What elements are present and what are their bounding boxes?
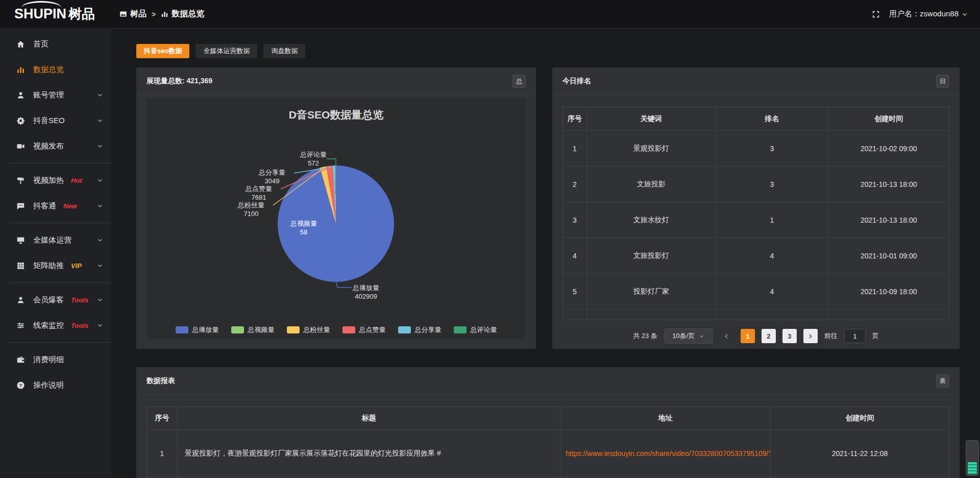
pie-label-comments: 总评论量572	[291, 150, 335, 168]
sidebar-item-label: 操作说明	[33, 380, 64, 390]
sidebar: 首页 数据总览 账号管理 抖音SEO 视频发布	[0, 28, 111, 478]
chevron-down-icon	[97, 322, 103, 328]
page-size-select[interactable]: 10条/页	[664, 328, 713, 344]
chevron-down-icon	[97, 262, 103, 269]
app-root: SHUPIN 树品 树品 > 数据总览 用户名：zswo	[0, 0, 980, 478]
sidebar-item-home[interactable]: 首页	[0, 31, 111, 57]
sidebar-divider	[9, 282, 111, 283]
sidebar-item-label: 抖客通	[33, 201, 56, 211]
fullscreen-icon[interactable]	[872, 10, 880, 18]
sidebar-divider	[9, 342, 111, 343]
legend-item[interactable]: 总点赞量	[342, 325, 386, 334]
impressions-chart-panel: 展现量总数: 421,369 总 D音SEO数据量总览 总评论量572	[136, 67, 536, 349]
chevron-down-icon	[97, 237, 103, 243]
username-dropdown[interactable]: 用户名：zswodun88	[889, 9, 968, 19]
sidebar-item-video-heat[interactable]: 视频加热 Hot	[0, 168, 111, 193]
panel-title: 数据报表	[146, 376, 175, 386]
legend-item[interactable]: 总播放量	[176, 325, 219, 334]
tools-badge: Tools	[71, 296, 88, 304]
legend-item[interactable]: 总粉丝量	[287, 325, 330, 334]
prev-page-button[interactable]	[720, 329, 734, 343]
question-circle-icon: ?	[15, 381, 26, 390]
tab-inquiry-data[interactable]: 询盘数据	[263, 44, 305, 58]
breadcrumb-item-data-overview[interactable]: 数据总览	[161, 9, 204, 19]
logo-text-cn: 树品	[68, 5, 95, 23]
page-button-2[interactable]: 2	[762, 329, 776, 343]
floating-widget[interactable]	[966, 440, 979, 476]
legend-swatch	[454, 326, 467, 333]
sidebar-item-help[interactable]: ? 操作说明	[0, 372, 111, 398]
total-view-button[interactable]: 总	[512, 75, 526, 88]
paint-roller-icon	[15, 176, 26, 185]
new-badge: New	[63, 202, 77, 210]
next-page-button[interactable]	[803, 329, 818, 343]
sidebar-item-matrix-boost[interactable]: 矩阵助推 VIP	[0, 253, 111, 278]
legend-item[interactable]: 总视频量	[231, 325, 275, 334]
user-icon	[15, 296, 26, 304]
sidebar-item-label: 会员爆客	[33, 295, 64, 305]
legend-swatch	[342, 326, 355, 333]
home-icon	[15, 40, 26, 49]
sidebar-item-label: 抖音SEO	[33, 116, 65, 126]
legend-item[interactable]: 总评论量	[454, 325, 497, 334]
ranking-table: 序号 关键词 排名 创建时间 1景观投影灯 32021-10-02 09:00 …	[562, 107, 949, 320]
wallet-icon	[15, 355, 26, 364]
page-unit-label: 页	[872, 331, 879, 341]
page-button-3[interactable]: 3	[782, 329, 797, 343]
sidebar-item-video-publish[interactable]: 视频发布	[0, 133, 111, 159]
table-header-row: 序号 关键词 排名 创建时间	[563, 107, 949, 131]
panel-title: 今日排名	[562, 77, 591, 86]
sidebar-item-media-operation[interactable]: 全媒体运营	[0, 227, 111, 253]
table-row: 1 景观投影灯，夜游景观投影灯厂家展示展示落花灯在花园里的灯光投影应用效果 # …	[147, 430, 949, 477]
sidebar-item-member[interactable]: 会员爆客 Tools	[0, 287, 111, 313]
legend-swatch	[287, 326, 300, 333]
table-row: 2文旅投影 32021-10-13 18:00	[563, 166, 949, 202]
chevron-down-icon	[97, 143, 103, 149]
sidebar-item-consume-detail[interactable]: 消费明细	[0, 347, 111, 372]
data-tabs: 抖音seo数据 全媒体运营数据 询盘数据	[136, 44, 960, 58]
pie-label-fans: 总粉丝量7100	[229, 201, 273, 218]
data-report-panel: 数据报表 表 序号 标题 地址 创建时间 1 景观投影灯，夜游景观投影灯厂家展示…	[136, 367, 960, 478]
sidebar-item-label: 视频加热	[33, 176, 64, 185]
breadcrumb-separator: >	[152, 10, 156, 18]
top-header: SHUPIN 树品 树品 > 数据总览 用户名：zswo	[0, 0, 980, 28]
breadcrumb: 树品 > 数据总览	[119, 9, 204, 19]
chevron-down-icon	[97, 117, 103, 124]
page-button-1[interactable]: 1	[741, 329, 755, 343]
total-count-label: 共 23 条	[633, 331, 657, 341]
table-view-button[interactable]: 表	[936, 374, 949, 388]
chat-bubble-icon	[15, 202, 26, 210]
sidebar-item-douyin-seo[interactable]: 抖音SEO	[0, 108, 111, 133]
sidebar-item-doukertong[interactable]: 抖客通 New	[0, 193, 111, 219]
chevron-down-icon	[97, 203, 103, 209]
sidebar-item-label: 数据总览	[33, 65, 64, 75]
sidebar-item-clue-monitor[interactable]: 线索监控 Tools	[0, 313, 111, 338]
sidebar-item-label: 线索监控	[33, 321, 64, 330]
sidebar-item-data-overview[interactable]: 数据总览	[0, 57, 111, 82]
tab-douyin-seo-data[interactable]: 抖音seo数据	[136, 44, 189, 58]
sidebar-item-label: 首页	[33, 39, 48, 49]
tab-media-operation-data[interactable]: 全媒体运营数据	[195, 44, 257, 58]
sidebar-divider	[9, 163, 111, 163]
gear-icon	[15, 116, 26, 125]
logo-arc-decoration	[21, 1, 61, 14]
breadcrumb-item-home[interactable]: 树品	[119, 9, 146, 19]
pie-label-videos: 总视频量58	[283, 219, 324, 236]
goto-page-input[interactable]	[844, 329, 866, 343]
report-table: 序号 标题 地址 创建时间 1 景观投影灯，夜游景观投影灯厂家展示展示落花灯在花…	[146, 407, 949, 478]
sidebar-item-account[interactable]: 账号管理	[0, 82, 111, 108]
video-link[interactable]: https://www.iesdouyin.com/share/video/70…	[560, 430, 771, 477]
monitor-icon	[15, 236, 26, 245]
legend-item[interactable]: 总分享量	[398, 325, 442, 334]
table-header-row: 序号 标题 地址 创建时间	[147, 407, 949, 430]
pie-label-plays: 总播放量402909	[341, 283, 390, 301]
pagination: 共 23 条 10条/页 1 2 3 前往	[552, 328, 960, 344]
day-view-button[interactable]: 日	[936, 75, 949, 88]
video-camera-icon	[15, 142, 26, 151]
pie-chart-canvas: D音SEO数据量总览 总评论量572 总分享量3049	[146, 99, 526, 339]
chart-title: D音SEO数据量总览	[146, 108, 526, 122]
floating-widget-indicator	[968, 462, 977, 474]
logo[interactable]: SHUPIN 树品	[0, 0, 111, 28]
tools-badge: Tools	[71, 322, 88, 329]
header-right: 用户名：zswodun88	[872, 9, 980, 19]
